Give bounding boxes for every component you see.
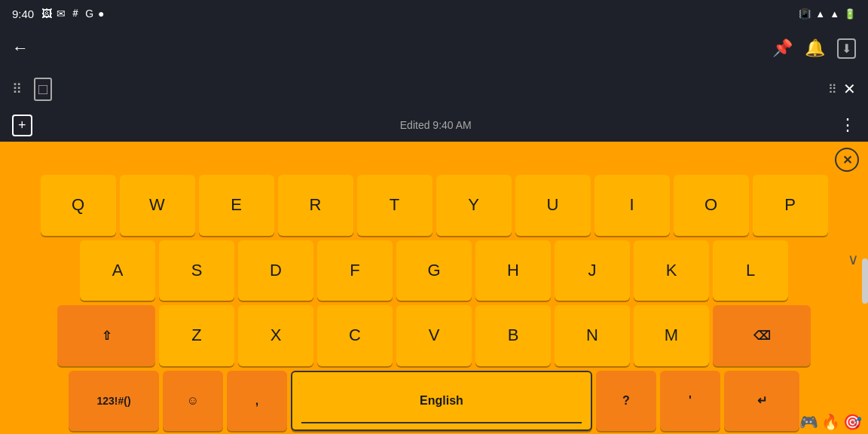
archive-icon[interactable]: ⬇ xyxy=(837,38,856,59)
toolbar-right: 📌 🔔 ⬇ xyxy=(772,38,856,59)
settings-icon[interactable]: 🎮 xyxy=(799,413,818,431)
key-row-2: A S D F G H J K L xyxy=(5,240,863,301)
key-d[interactable]: D xyxy=(238,240,313,301)
key-row-1: Q W E R T Y U I O P xyxy=(5,175,863,236)
status-right: 📳 ▲ ▲ 🔋 xyxy=(799,8,856,20)
key-u[interactable]: U xyxy=(515,175,591,236)
key-w[interactable]: W xyxy=(120,175,195,236)
key-row-3: ⇧ Z X C V B N M ⌫ xyxy=(5,305,863,366)
key-shift[interactable]: ⇧ xyxy=(57,305,155,366)
keyboard-bottom-icons: 🎮 🔥 🎯 xyxy=(799,413,862,431)
key-a[interactable]: A xyxy=(80,240,155,301)
square-icon[interactable]: □ xyxy=(34,78,52,101)
key-numbers[interactable]: 123!#() xyxy=(69,371,159,432)
key-e[interactable]: E xyxy=(199,175,274,236)
edit-bar: + Edited 9:40 AM ⋮ xyxy=(0,108,868,142)
key-z[interactable]: Z xyxy=(159,305,234,366)
key-t[interactable]: T xyxy=(357,175,432,236)
key-m[interactable]: M xyxy=(634,305,709,366)
wifi-icon: ▲ xyxy=(815,8,825,20)
reminder-icon[interactable]: 🔔 xyxy=(805,38,825,58)
status-time: 9:40 xyxy=(12,8,34,20)
key-l[interactable]: L xyxy=(713,240,788,301)
key-p[interactable]: P xyxy=(753,175,828,236)
keyboard-close-row: ✕ xyxy=(3,146,865,175)
theme-icon[interactable]: 🔥 xyxy=(821,413,840,431)
more-options-button[interactable]: ⋮ xyxy=(839,115,856,135)
key-g[interactable]: G xyxy=(396,240,472,301)
dot-icon: ● xyxy=(98,8,104,20)
add-button[interactable]: + xyxy=(12,115,32,136)
key-backspace[interactable]: ⌫ xyxy=(713,305,811,366)
status-left: 9:40 🖼 ✉ ＃ G ● xyxy=(12,7,105,20)
news-icon: G xyxy=(85,8,93,20)
keyboard-dots-icon[interactable]: ⠿ xyxy=(828,82,837,96)
top-toolbar: ← 📌 🔔 ⬇ xyxy=(0,27,868,69)
key-b[interactable]: B xyxy=(475,305,551,366)
keyboard-close-button[interactable]: ✕ xyxy=(835,148,859,172)
second-toolbar-right: ⠿ ✕ xyxy=(828,80,856,98)
close-icon[interactable]: ✕ xyxy=(843,80,856,98)
status-bar: 9:40 🖼 ✉ ＃ G ● 📳 ▲ ▲ 🔋 xyxy=(0,0,868,27)
key-c[interactable]: C xyxy=(317,305,393,366)
key-s[interactable]: S xyxy=(159,240,234,301)
key-space[interactable]: English xyxy=(291,371,592,432)
key-o[interactable]: O xyxy=(674,175,749,236)
photos-icon: 🖼 xyxy=(41,8,52,20)
signal-icon: ▲ xyxy=(830,8,839,20)
edit-status: Edited 9:40 AM xyxy=(32,119,839,131)
close-x-icon: ✕ xyxy=(842,153,852,167)
key-n[interactable]: N xyxy=(555,305,630,366)
key-apostrophe[interactable]: ' xyxy=(660,371,720,432)
key-question[interactable]: ? xyxy=(596,371,656,432)
key-f[interactable]: F xyxy=(317,240,393,301)
battery-icon: 🔋 xyxy=(844,8,856,20)
key-r[interactable]: R xyxy=(278,175,353,236)
vibrate-icon: 📳 xyxy=(799,8,811,20)
keyboard-area: ✕ Q W E R T Y U I O P A S D F G H J K L xyxy=(0,142,868,434)
key-i[interactable]: I xyxy=(594,175,670,236)
key-x[interactable]: X xyxy=(238,305,313,366)
key-row-4: 123!#() ☺ , English ? ' ↵ xyxy=(5,371,863,432)
pin-icon[interactable]: 📌 xyxy=(772,38,793,58)
key-comma[interactable]: , xyxy=(227,371,287,432)
grid-icon[interactable]: ⠿ xyxy=(12,81,22,97)
second-toolbar-left: ⠿ □ xyxy=(12,78,52,101)
slack-icon: ＃ xyxy=(70,7,81,20)
scrollbar-handle[interactable] xyxy=(862,258,868,304)
key-h[interactable]: H xyxy=(475,240,551,301)
key-emoji[interactable]: ☺ xyxy=(163,371,223,432)
key-enter[interactable]: ↵ xyxy=(724,371,799,432)
key-j[interactable]: J xyxy=(555,240,630,301)
key-rows: Q W E R T Y U I O P A S D F G H J K L ⇧ … xyxy=(3,175,865,431)
second-toolbar: ⠿ □ ⠿ ✕ xyxy=(0,69,868,108)
key-v[interactable]: V xyxy=(396,305,472,366)
app-icon[interactable]: 🎯 xyxy=(843,413,862,431)
key-y[interactable]: Y xyxy=(436,175,512,236)
key-k[interactable]: K xyxy=(634,240,709,301)
gmail-icon: ✉ xyxy=(57,8,66,20)
status-app-icons: 🖼 ✉ ＃ G ● xyxy=(41,7,104,20)
back-button[interactable]: ← xyxy=(12,38,29,58)
key-q[interactable]: Q xyxy=(41,175,116,236)
toolbar-left: ← xyxy=(12,38,29,58)
chevron-down-icon[interactable]: ∨ xyxy=(848,250,859,268)
